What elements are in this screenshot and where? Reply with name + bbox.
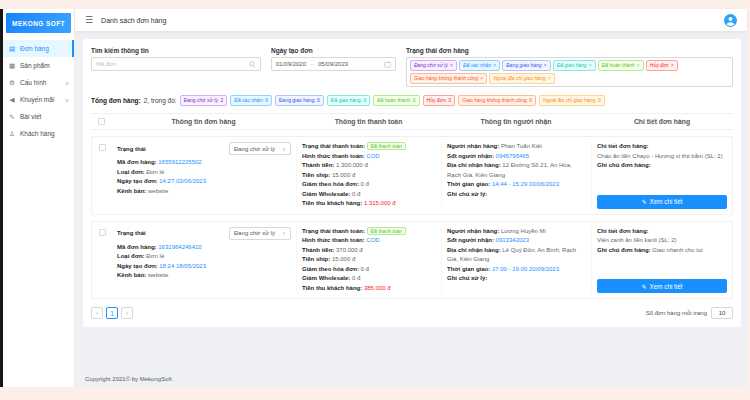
- order-code-link[interactable]: 1631964246410: [158, 244, 201, 250]
- process-note-label: Ghi chú xử lý:: [447, 275, 487, 281]
- pay-status-label: Trạng thái thanh toán:: [302, 228, 365, 234]
- close-icon[interactable]: ×: [589, 61, 592, 70]
- order-note-label: Ghi chú đơn hàng:: [597, 162, 651, 168]
- close-icon[interactable]: ×: [493, 61, 496, 70]
- summary-rest: 2, trong đó:: [144, 97, 177, 104]
- search-icon: [249, 61, 256, 68]
- date-range-arrow: →: [309, 61, 315, 67]
- sidebar-item-posts[interactable]: ✎ Bài viết: [3, 108, 74, 125]
- next-page-button[interactable]: ›: [121, 307, 133, 319]
- sidebar: MEKONG SOFT ▤ Đơn hàng ▦ Sản phẩm ⚙ Cấu …: [3, 9, 75, 387]
- pay-method-label: Hình thức thanh toán:: [302, 237, 365, 243]
- pagination: ‹ 1 › Số đơn hàng mỗi trang 10: [91, 307, 733, 319]
- sidebar-item-customers[interactable]: ♙ Khách hàng: [3, 125, 74, 142]
- view-detail-button[interactable]: ✎Xem chi tiết: [597, 279, 727, 293]
- col-header-payment: Thông tin thanh toán: [296, 118, 441, 125]
- close-icon[interactable]: ×: [480, 74, 483, 83]
- user-avatar[interactable]: [724, 14, 737, 27]
- date-range-picker[interactable]: 01/09/2020 → 05/09/2023: [271, 57, 396, 71]
- products-icon: ▦: [8, 62, 16, 70]
- status-filter-label: Trạng thái đơn hàng: [406, 47, 733, 54]
- status-value: Đang chờ xử lý: [234, 146, 275, 152]
- topbar: ☰ Danh sách đơn hàng: [75, 9, 747, 31]
- status-filter-tag[interactable]: Giao hàng không thành công×: [410, 73, 487, 84]
- search-input[interactable]: Mã đơn: [91, 57, 261, 71]
- collect-label: Tiền thu khách hàng:: [302, 285, 362, 291]
- status-filter-tag[interactable]: Ngoài địa chỉ giao hàng×: [489, 73, 554, 84]
- app-window: MEKONG SOFT ▤ Đơn hàng ▦ Sản phẩm ⚙ Cấu …: [0, 9, 747, 387]
- ship-value: 15.000 đ: [332, 256, 355, 262]
- status-filter-tag[interactable]: Đã giao hàng×: [553, 60, 596, 71]
- summary-badge: Đang giao hàng: 0: [275, 95, 324, 106]
- order-status-select[interactable]: Đang chờ xử lý∨: [229, 142, 291, 155]
- subtotal-label: Thành tiền:: [302, 162, 334, 168]
- select-all-checkbox[interactable]: [98, 118, 105, 125]
- view-detail-label: Xem chi tiết: [650, 198, 683, 205]
- invoice-discount-label: Giảm theo hóa đơn:: [302, 181, 359, 187]
- phone-link[interactable]: 0913342023: [496, 237, 529, 243]
- pay-method-value: COD: [366, 237, 379, 243]
- tag-label: Đang chờ xử lý: [414, 61, 448, 70]
- view-detail-button[interactable]: ✎Xem chi tiết: [597, 195, 727, 209]
- status-filter-tag[interactable]: Hủy đơn×: [646, 60, 678, 71]
- close-icon[interactable]: ×: [671, 61, 674, 70]
- order-code-link[interactable]: 1655912225502: [158, 159, 201, 165]
- search-label: Tìm kiếm thông tin: [91, 47, 261, 54]
- order-status-select[interactable]: Đang chờ xử lý∨: [229, 227, 291, 240]
- summary-title: Tổng đơn hàng:: [91, 97, 141, 104]
- invoice-discount-value: 0 đ: [361, 181, 369, 187]
- pencil-icon: ✎: [8, 113, 16, 121]
- close-icon[interactable]: ×: [548, 74, 551, 83]
- order-type-label: Loại đơn:: [117, 253, 145, 259]
- recipient-info-cell: Người nhận hàng: Phan Tuấn Kiệt Sđt ngườ…: [442, 142, 592, 209]
- summary-badge: Đã giao hàng: 0: [327, 95, 370, 106]
- status-filter-tag[interactable]: Đã hoàn thành×: [598, 60, 644, 71]
- recipient-info-cell: Người nhận hàng: Lương Huyền Mi Sđt ngườ…: [442, 227, 592, 294]
- edit-icon: ✎: [642, 198, 647, 205]
- prev-page-button[interactable]: ‹: [91, 307, 103, 319]
- tag-label: Giao hàng không thành công: [414, 74, 478, 83]
- wholesale-discount-label: Giảm Wholesale:: [302, 275, 350, 281]
- tag-label: Đã xác nhận: [463, 61, 491, 70]
- sidebar-item-orders[interactable]: ▤ Đơn hàng: [3, 40, 74, 57]
- page-size-label: Số đơn hàng mỗi trang: [646, 310, 707, 316]
- status-filter-tag[interactable]: Đang chờ xử lý×: [410, 60, 457, 71]
- chevron-down-icon: ∨: [65, 97, 69, 103]
- sidebar-item-label: Đơn hàng: [20, 45, 49, 52]
- calendar-icon: [384, 61, 391, 68]
- summary-badge: Ngoài địa chỉ giao hàng: 0: [539, 95, 605, 106]
- brand-logo: MEKONG SOFT: [6, 13, 71, 33]
- chevron-down-icon: ∨: [65, 80, 69, 86]
- close-icon[interactable]: ×: [637, 61, 640, 70]
- detail-cell: Chi tiết đơn hàng: Cháo ăn liền Chayo - …: [592, 142, 732, 209]
- search-placeholder: Mã đơn: [96, 61, 246, 67]
- sidebar-item-label: Khách hàng: [20, 130, 55, 137]
- summary-row: Tổng đơn hàng: 2, trong đó: Đang chờ xử …: [91, 95, 733, 106]
- status-filter-select[interactable]: Đang chờ xử lý× Đã xác nhận× Đang giao h…: [406, 57, 733, 87]
- order-note-value: Giao nhanh cho tui: [652, 247, 702, 253]
- row-checkbox[interactable]: [99, 229, 106, 236]
- menu-collapse-icon[interactable]: ☰: [85, 16, 93, 25]
- close-icon[interactable]: ×: [450, 61, 453, 70]
- sidebar-item-products[interactable]: ▦ Sản phẩm: [3, 57, 74, 74]
- detail-cell: Chi tiết đơn hàng: Viên canh ăn liền kan…: [592, 227, 732, 294]
- sidebar-item-config[interactable]: ⚙ Cấu hình ∨: [3, 74, 74, 91]
- page-1-button[interactable]: 1: [106, 307, 118, 319]
- delivery-time-value: 14:44 - 15:29 03/06/2023: [492, 181, 559, 187]
- view-detail-label: Xem chi tiết: [650, 283, 683, 290]
- close-icon[interactable]: ×: [544, 61, 547, 70]
- page-size-input[interactable]: 10: [711, 307, 733, 319]
- col-header-order: Thông tin đơn hàng: [111, 118, 296, 125]
- order-note-label: Ghi chú đơn hàng:: [597, 247, 651, 253]
- row-checkbox[interactable]: [99, 144, 106, 151]
- sidebar-item-promotions[interactable]: ◀ Khuyến mãi ∨: [3, 91, 74, 108]
- date-group: Ngày tạo đơn 01/09/2020 → 05/09/2023: [271, 47, 396, 71]
- tag-label: Ngoài địa chỉ giao hàng: [493, 74, 545, 83]
- phone-link[interactable]: 0945795465: [496, 153, 529, 159]
- status-filter-tag[interactable]: Đang giao hàng×: [502, 60, 551, 71]
- invoice-discount-label: Giảm theo hóa đơn:: [302, 266, 359, 272]
- chevron-down-icon: ∨: [282, 230, 286, 236]
- status-filter-tag[interactable]: Đã xác nhận×: [459, 60, 500, 71]
- order-row: Trạng thái Đang chờ xử lý∨ Mã đơn hàng: …: [91, 136, 733, 215]
- subtotal-value: 370.000 đ: [336, 247, 363, 253]
